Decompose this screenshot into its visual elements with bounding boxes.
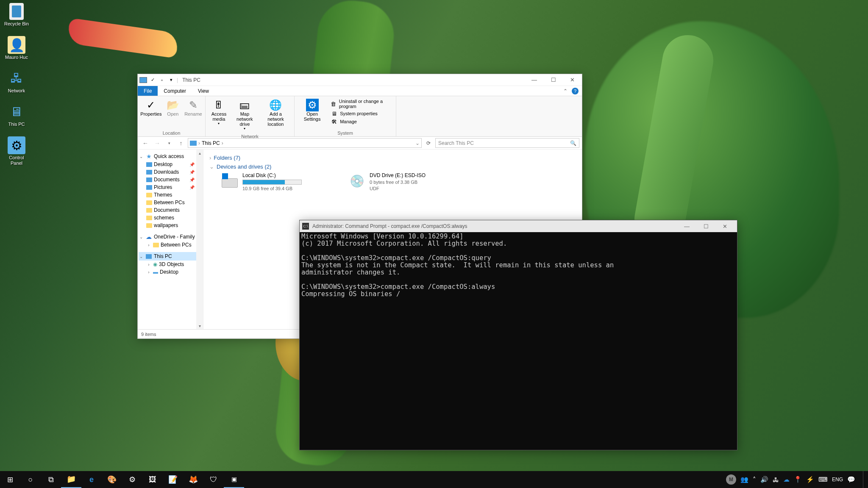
ribbon-system-properties-button[interactable]: 🖥System properties bbox=[331, 110, 392, 117]
chevron-right-icon[interactable]: › bbox=[146, 243, 151, 247]
nav-item-wallpapers[interactable]: wallpapers bbox=[139, 222, 202, 229]
drive-local-disk-c[interactable]: Local Disk (C:) 10.9 GB free of 39.4 GB bbox=[221, 172, 331, 191]
tray-battery-icon[interactable]: ⚡ bbox=[806, 476, 814, 483]
qat-customize-icon[interactable]: ▾ bbox=[167, 76, 175, 84]
maximize-button[interactable]: ☐ bbox=[544, 74, 563, 86]
tray-location-icon[interactable]: 📍 bbox=[794, 476, 802, 483]
taskbar-photos[interactable]: 🖼 bbox=[142, 471, 163, 488]
taskbar-file-explorer[interactable]: 📁 bbox=[61, 471, 81, 488]
desktop-icon-network[interactable]: 🖧 Network bbox=[3, 69, 31, 94]
taskbar-security[interactable]: 🛡 bbox=[203, 471, 224, 488]
nav-item-desktop[interactable]: Desktop📌 bbox=[139, 161, 202, 168]
qat-this-pc-icon[interactable] bbox=[139, 76, 147, 84]
nav-item-schemes[interactable]: schemes bbox=[139, 214, 202, 222]
show-desktop-button[interactable] bbox=[863, 471, 865, 488]
search-icon[interactable]: 🔍 bbox=[570, 140, 576, 146]
tab-file[interactable]: File bbox=[138, 86, 158, 96]
task-view-button[interactable]: ⧉ bbox=[41, 471, 61, 488]
desktop-icon-recycle-bin[interactable]: Recycle Bin bbox=[3, 3, 31, 27]
ribbon-rename-button[interactable]: ✎Rename bbox=[183, 98, 203, 117]
nav-this-pc[interactable]: ⌄ This PC bbox=[139, 252, 202, 261]
address-field[interactable]: › This PC › ⌄ bbox=[188, 138, 422, 148]
start-button[interactable]: ⊞ bbox=[0, 471, 20, 488]
breadcrumb-separator[interactable]: › bbox=[222, 140, 223, 146]
close-button[interactable]: ✕ bbox=[563, 74, 582, 86]
search-input[interactable]: Search This PC 🔍 bbox=[435, 138, 579, 148]
ribbon-access-media-button[interactable]: 🎚Access media▾ bbox=[207, 98, 231, 126]
nav-item-desktop[interactable]: › ▬ Desktop bbox=[139, 268, 202, 276]
nav-item-between-pcs[interactable]: › Between PCs bbox=[139, 241, 202, 249]
nav-item-3d-objects[interactable]: › ◉ 3D Objects bbox=[139, 261, 202, 268]
chevron-down-icon[interactable]: ⌄ bbox=[139, 154, 144, 159]
tray-action-center-icon[interactable]: 💬 bbox=[847, 476, 855, 483]
help-icon[interactable]: ? bbox=[572, 88, 579, 94]
tab-view[interactable]: View bbox=[192, 86, 215, 96]
address-dropdown-icon[interactable]: ⌄ bbox=[415, 140, 420, 146]
nav-item-documents[interactable]: Documents📌 bbox=[139, 176, 202, 183]
taskbar-notepad[interactable]: 📝 bbox=[163, 471, 183, 488]
terminal-titlebar[interactable]: C:\ Administrator: Command Prompt - comp… bbox=[300, 220, 737, 232]
minimize-button[interactable]: — bbox=[525, 74, 544, 86]
ribbon-uninstall-button[interactable]: 🗑Uninstall or change a program bbox=[331, 99, 392, 109]
desktop-icon-this-pc[interactable]: 🖥 This PC bbox=[3, 103, 31, 127]
taskbar-settings[interactable]: ⚙ bbox=[122, 471, 142, 488]
navigation-pane[interactable]: ▴ ▾ ⌄ ★ Quick access Desktop📌Downloads📌D… bbox=[138, 150, 203, 329]
nav-onedrive[interactable]: ⌄ ☁ OneDrive - Family bbox=[139, 233, 202, 241]
taskbar[interactable]: ⊞ ○ ⧉ 📁 e 🎨 ⚙ 🖼 📝 🦊 🛡 ▣ M 👥 ˄ 🔊 🖧 ☁ 📍 ⚡ … bbox=[0, 471, 868, 488]
chevron-right-icon[interactable]: › bbox=[209, 155, 211, 161]
tray-overflow-icon[interactable]: ˄ bbox=[753, 476, 756, 483]
taskbar-firefox[interactable]: 🦊 bbox=[183, 471, 203, 488]
nav-up-button[interactable]: ↑ bbox=[176, 138, 186, 148]
desktop-icon-user[interactable]: 👤 Mauro Huc bbox=[3, 36, 31, 60]
cortana-button[interactable]: ○ bbox=[20, 471, 41, 488]
tray-people-icon[interactable]: 👥 bbox=[740, 476, 748, 483]
taskbar-edge[interactable]: e bbox=[81, 471, 102, 488]
nav-item-pictures[interactable]: Pictures📌 bbox=[139, 183, 202, 191]
tray-user-badge[interactable]: M bbox=[726, 474, 736, 485]
tray-volume-icon[interactable]: 🔊 bbox=[760, 476, 768, 483]
qat-new-folder-icon[interactable]: ▫ bbox=[158, 76, 166, 84]
explorer-titlebar[interactable]: ✓ ▫ ▾ | This PC — ☐ ✕ bbox=[138, 74, 582, 86]
ribbon-manage-button[interactable]: 🛠Manage bbox=[331, 118, 392, 125]
close-button[interactable]: ✕ bbox=[715, 220, 734, 232]
chevron-right-icon[interactable]: › bbox=[146, 270, 151, 274]
nav-quick-access[interactable]: ⌄ ★ Quick access bbox=[139, 152, 202, 161]
refresh-button[interactable]: ⟳ bbox=[423, 140, 434, 146]
nav-recent-button[interactable]: ▾ bbox=[164, 138, 174, 148]
chevron-right-icon[interactable]: › bbox=[146, 262, 151, 267]
desktop-icon-control-panel[interactable]: ⚙ Control Panel bbox=[3, 136, 31, 166]
nav-scroll-up-icon[interactable]: ▴ bbox=[196, 150, 203, 156]
chevron-down-icon[interactable]: ⌄ bbox=[139, 235, 144, 239]
nav-forward-button[interactable]: → bbox=[152, 138, 162, 148]
nav-item-downloads[interactable]: Downloads📌 bbox=[139, 168, 202, 176]
taskbar-paint[interactable]: 🎨 bbox=[102, 471, 122, 488]
ribbon-open-button[interactable]: 📂Open bbox=[163, 98, 183, 117]
chevron-down-icon[interactable]: ⌄ bbox=[209, 164, 214, 170]
ribbon-properties-button[interactable]: ✓Properties bbox=[139, 98, 163, 117]
maximize-button[interactable]: ☐ bbox=[696, 220, 715, 232]
nav-scroll-down-icon[interactable]: ▾ bbox=[196, 322, 203, 329]
tray-language[interactable]: ENG bbox=[832, 477, 843, 482]
chevron-down-icon[interactable]: ⌄ bbox=[139, 254, 144, 259]
ribbon-add-location-button[interactable]: 🌐Add a network location bbox=[259, 98, 292, 128]
command-prompt-window[interactable]: C:\ Administrator: Command Prompt - comp… bbox=[299, 220, 737, 450]
tray-onedrive-icon[interactable]: ☁ bbox=[783, 476, 790, 483]
taskbar-command-prompt[interactable]: ▣ bbox=[224, 471, 244, 488]
group-devices[interactable]: ⌄ Devices and drives (2) bbox=[209, 164, 576, 170]
drive-dvd[interactable]: 💿 DVD Drive (E:) ESD-ISO 0 bytes free of… bbox=[348, 172, 459, 191]
terminal-output[interactable]: Microsoft Windows [Version 10.0.16299.64… bbox=[300, 232, 737, 450]
group-folders[interactable]: › Folders (7) bbox=[209, 155, 576, 161]
nav-item-between-pcs[interactable]: Between PCs bbox=[139, 199, 202, 206]
qat-properties-icon[interactable]: ✓ bbox=[149, 76, 156, 84]
breadcrumb-separator[interactable]: › bbox=[198, 140, 200, 146]
ribbon-map-drive-button[interactable]: 🖴Map network drive▾ bbox=[231, 98, 259, 131]
ribbon-collapse-icon[interactable]: ⌃ bbox=[563, 88, 568, 94]
tray-keyboard-icon[interactable]: ⌨ bbox=[818, 476, 828, 483]
nav-back-button[interactable]: ← bbox=[140, 138, 150, 148]
tray-network-icon[interactable]: 🖧 bbox=[773, 476, 779, 483]
nav-item-themes[interactable]: Themes bbox=[139, 191, 202, 199]
tab-computer[interactable]: Computer bbox=[158, 86, 192, 96]
nav-item-documents[interactable]: Documents bbox=[139, 206, 202, 214]
minimize-button[interactable]: — bbox=[677, 220, 696, 232]
breadcrumb-this-pc[interactable]: This PC bbox=[202, 140, 220, 146]
